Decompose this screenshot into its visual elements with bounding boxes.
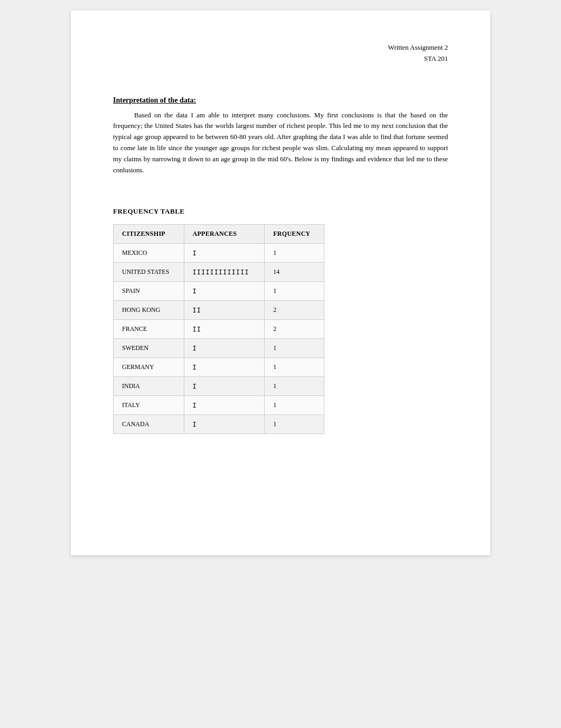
cell-frequency: 2 bbox=[265, 320, 324, 339]
cell-frequency: 1 bbox=[265, 358, 324, 377]
cell-citizenship: ITALY bbox=[114, 396, 184, 415]
frequency-table-section: FREQUENCY TABLE CITIZENSHIP APPERANCES F… bbox=[113, 207, 448, 434]
col-header-apperances: APPERANCES bbox=[184, 225, 265, 244]
cell-apperances: IIIIIIIIIIIII bbox=[184, 263, 265, 282]
table-body: MEXICOI1UNITED STATESIIIIIIIIIIIII14SPAI… bbox=[114, 244, 324, 434]
cell-apperances: I bbox=[184, 377, 265, 396]
cell-citizenship: MEXICO bbox=[114, 244, 184, 263]
table-row: MEXICOI1 bbox=[114, 244, 324, 263]
cell-citizenship: SPAIN bbox=[114, 282, 184, 301]
table-row: FRANCEII2 bbox=[114, 320, 324, 339]
col-header-citizenship: CITIZENSHIP bbox=[114, 225, 184, 244]
interpretation-body: Based on the data I am able to interpret… bbox=[113, 110, 448, 176]
table-row: UNITED STATESIIIIIIIIIIIII14 bbox=[114, 263, 324, 282]
table-header-row: CITIZENSHIP APPERANCES FRQUENCY bbox=[114, 225, 324, 244]
table-row: SWEDENI1 bbox=[114, 339, 324, 358]
table-row: GERMANYI1 bbox=[114, 358, 324, 377]
cell-frequency: 1 bbox=[265, 339, 324, 358]
interpretation-title: Interpretation of the data: bbox=[113, 96, 448, 105]
table-row: SPAINI1 bbox=[114, 282, 324, 301]
cell-frequency: 2 bbox=[265, 301, 324, 320]
page: Written Assignment 2 STA 201 Interpretat… bbox=[71, 11, 490, 555]
cell-frequency: 1 bbox=[265, 377, 324, 396]
cell-citizenship: GERMANY bbox=[114, 358, 184, 377]
cell-frequency: 1 bbox=[265, 282, 324, 301]
cell-apperances: I bbox=[184, 244, 265, 263]
cell-apperances: I bbox=[184, 396, 265, 415]
cell-apperances: I bbox=[184, 358, 265, 377]
table-row: ITALYI1 bbox=[114, 396, 324, 415]
interpretation-section: Interpretation of the data: Based on the… bbox=[113, 96, 448, 176]
cell-citizenship: CANADA bbox=[114, 415, 184, 434]
cell-citizenship: HONG KONG bbox=[114, 301, 184, 320]
cell-frequency: 1 bbox=[265, 396, 324, 415]
cell-apperances: I bbox=[184, 415, 265, 434]
frequency-table: CITIZENSHIP APPERANCES FRQUENCY MEXICOI1… bbox=[113, 224, 324, 434]
cell-frequency: 14 bbox=[265, 263, 324, 282]
cell-citizenship: INDIA bbox=[114, 377, 184, 396]
cell-citizenship: SWEDEN bbox=[114, 339, 184, 358]
cell-apperances: II bbox=[184, 320, 265, 339]
frequency-table-label: FREQUENCY TABLE bbox=[113, 207, 448, 216]
cell-apperances: I bbox=[184, 339, 265, 358]
table-row: INDIAI1 bbox=[114, 377, 324, 396]
assignment-title: Written Assignment 2 bbox=[113, 42, 448, 53]
cell-frequency: 1 bbox=[265, 415, 324, 434]
header: Written Assignment 2 STA 201 bbox=[113, 42, 448, 64]
cell-apperances: I bbox=[184, 282, 265, 301]
table-row: HONG KONGII2 bbox=[114, 301, 324, 320]
course-code: STA 201 bbox=[113, 53, 448, 64]
cell-citizenship: UNITED STATES bbox=[114, 263, 184, 282]
cell-citizenship: FRANCE bbox=[114, 320, 184, 339]
col-header-frequency: FRQUENCY bbox=[265, 225, 324, 244]
cell-frequency: 1 bbox=[265, 244, 324, 263]
table-row: CANADAI1 bbox=[114, 415, 324, 434]
cell-apperances: II bbox=[184, 301, 265, 320]
